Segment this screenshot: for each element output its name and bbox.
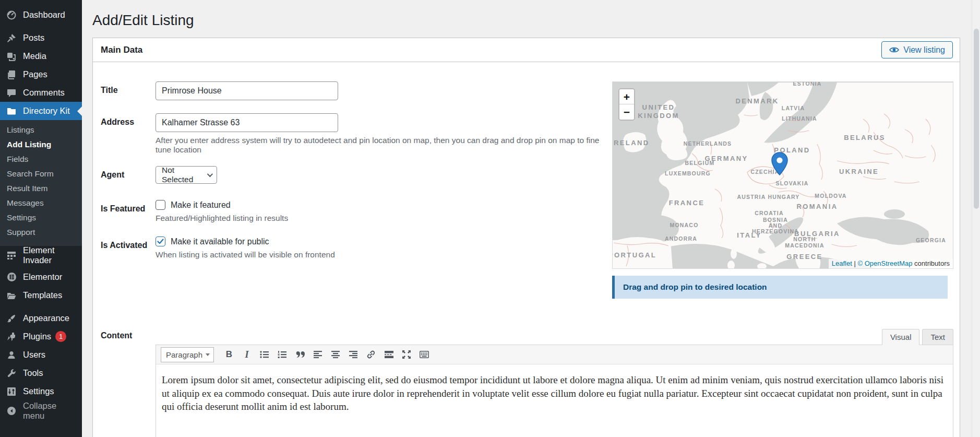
numbered-list-button[interactable]	[274, 347, 290, 362]
sidebar-item-label: Templates	[23, 290, 62, 300]
sidebar-item-element-invader[interactable]: Element Invader	[0, 246, 82, 264]
plugins-update-badge: 1	[55, 331, 66, 342]
paragraph-format-value: Paragraph	[166, 350, 202, 359]
sliders-icon	[6, 386, 17, 397]
read-more-button[interactable]	[381, 347, 397, 362]
is-featured-label: Is Featured	[101, 200, 156, 223]
map-country-label: KINGDOM	[638, 112, 679, 120]
map-column: ESTONIA LATVIA LITHUANIA DENMARK UNITED …	[612, 81, 953, 299]
fullscreen-button[interactable]	[399, 347, 414, 362]
sidebar-item-elementor[interactable]: Elementor	[0, 268, 82, 286]
user-icon	[6, 350, 17, 360]
bulleted-list-button[interactable]	[257, 347, 272, 362]
scrollbar-thumb[interactable]	[974, 29, 979, 209]
map-country-label: FRANCE	[669, 199, 705, 207]
sidebar-item-search-form[interactable]: Search Form	[0, 167, 82, 181]
zoom-in-button[interactable]: +	[619, 89, 634, 104]
sidebar-item-result-item[interactable]: Result Item	[0, 181, 82, 196]
map-country-label: DENMARK	[735, 97, 779, 105]
is-activated-label: Is Activated	[101, 237, 156, 259]
paragraph-format-select[interactable]: Paragraph	[161, 347, 214, 362]
sidebar-item-pages[interactable]: Pages	[0, 65, 82, 84]
is-featured-help-text: Featured/Highlighted listing in results	[156, 214, 288, 223]
sidebar-item-directory-kit[interactable]: Directory Kit	[0, 102, 82, 120]
plug-icon	[6, 332, 17, 342]
zoom-out-button[interactable]: −	[619, 104, 634, 120]
sidebar-item-comments[interactable]: Comments	[0, 84, 82, 102]
view-listing-button[interactable]: View listing	[881, 41, 953, 58]
title-label: Title	[101, 81, 156, 100]
sidebar-item-support[interactable]: Support	[0, 225, 82, 240]
sidebar-item-messages[interactable]: Messages	[0, 196, 82, 210]
sidebar-item-label: Appearance	[23, 313, 69, 323]
tab-visual[interactable]: Visual	[882, 329, 920, 345]
tab-text[interactable]: Text	[922, 329, 953, 345]
sidebar-item-label: Comments	[23, 88, 65, 98]
is-activated-checkbox-label: Make it available for public	[171, 237, 269, 246]
sidebar-item-media[interactable]: Media	[0, 47, 82, 65]
map-country-label: SLOVAKIA	[775, 180, 808, 186]
agent-select[interactable]: Not Selected	[156, 166, 217, 184]
map-country-label: CROATIA	[755, 210, 783, 216]
title-input[interactable]	[156, 81, 338, 100]
address-help-text: After you enter address system will try …	[156, 136, 600, 155]
collapse-icon	[6, 406, 17, 416]
sidebar-item-label: Media	[23, 51, 46, 61]
openstreetmap-link[interactable]: © OpenStreetMap	[857, 259, 912, 267]
map-zoom-control: + −	[618, 88, 635, 121]
sidebar-item-label: Element Invader	[23, 245, 78, 265]
italic-button[interactable]: I	[239, 347, 255, 362]
sidebar-item-label: Directory Kit	[23, 106, 70, 116]
is-featured-checkbox[interactable]	[156, 200, 165, 210]
wrench-icon	[6, 368, 17, 379]
map-canvas: ESTONIA LATVIA LITHUANIA DENMARK UNITED …	[613, 82, 953, 269]
is-activated-checkbox[interactable]	[156, 237, 165, 246]
sidebar-item-posts[interactable]: Posts	[0, 29, 82, 47]
elementor-icon	[6, 272, 17, 282]
sidebar-item-settings[interactable]: Settings	[0, 382, 82, 400]
editor-content-area[interactable]: Lorem ipsum dolor sit amet, consectetur …	[156, 364, 953, 437]
leaflet-link[interactable]: Leaflet	[832, 259, 852, 267]
sidebar-item-tools[interactable]: Tools	[0, 364, 82, 382]
bold-button[interactable]: B	[221, 347, 237, 362]
address-label: Address	[101, 113, 156, 155]
sidebar-item-label: Posts	[23, 33, 44, 43]
sidebar-item-plugins[interactable]: Plugins 1	[0, 327, 82, 346]
sidebar-item-label: Users	[23, 350, 45, 360]
sidebar-item-users[interactable]: Users	[0, 346, 82, 364]
sidebar-item-appearance[interactable]: Appearance	[0, 309, 82, 327]
pushpin-icon	[6, 33, 17, 43]
sidebar-item-settings-sub[interactable]: Settings	[0, 210, 82, 225]
directory-kit-submenu: Listings Add Listing Fields Search Form …	[0, 120, 82, 246]
form-column: Title Address After you enter address sy…	[101, 81, 612, 299]
map-drag-notice: Drag and drop pin to desired location	[612, 276, 948, 299]
map-country-label: NETHERLANDS	[684, 140, 732, 147]
map-country-label: GEORGIA	[916, 237, 946, 243]
sidebar-item-templates[interactable]: Templates	[0, 286, 82, 304]
collapse-menu-button[interactable]: Collapse menu	[0, 401, 82, 420]
pages-icon	[6, 69, 17, 80]
is-featured-checkbox-label: Make it featured	[171, 200, 231, 210]
sidebar-item-label: Tools	[23, 368, 43, 378]
sidebar-item-listings[interactable]: Listings	[0, 123, 82, 137]
blockquote-button[interactable]	[292, 347, 308, 362]
toolbar-toggle-button[interactable]	[416, 347, 432, 362]
panel-header: Main Data View listing	[93, 38, 960, 62]
sidebar-item-label: Dashboard	[23, 10, 65, 20]
map-country-label: PORTUGAL	[613, 251, 656, 259]
align-center-button[interactable]	[328, 347, 343, 362]
attribution-contributors: contributors	[914, 259, 950, 267]
align-right-button[interactable]	[345, 347, 361, 362]
is-activated-help-text: When listing is activated will be visibl…	[156, 250, 335, 259]
leaflet-map[interactable]: ESTONIA LATVIA LITHUANIA DENMARK UNITED …	[612, 81, 953, 269]
address-input[interactable]	[156, 113, 338, 132]
sidebar-item-dashboard[interactable]: Dashboard	[0, 6, 82, 24]
align-left-button[interactable]	[310, 347, 326, 362]
insert-link-button[interactable]	[363, 347, 379, 362]
sidebar-item-add-listing[interactable]: Add Listing	[0, 137, 82, 152]
sidebar-item-fields[interactable]: Fields	[0, 152, 82, 167]
content-label: Content	[101, 329, 156, 437]
folder-icon	[6, 106, 17, 116]
editor-box: Paragraph B I	[156, 345, 953, 437]
grid-icon	[6, 250, 17, 261]
